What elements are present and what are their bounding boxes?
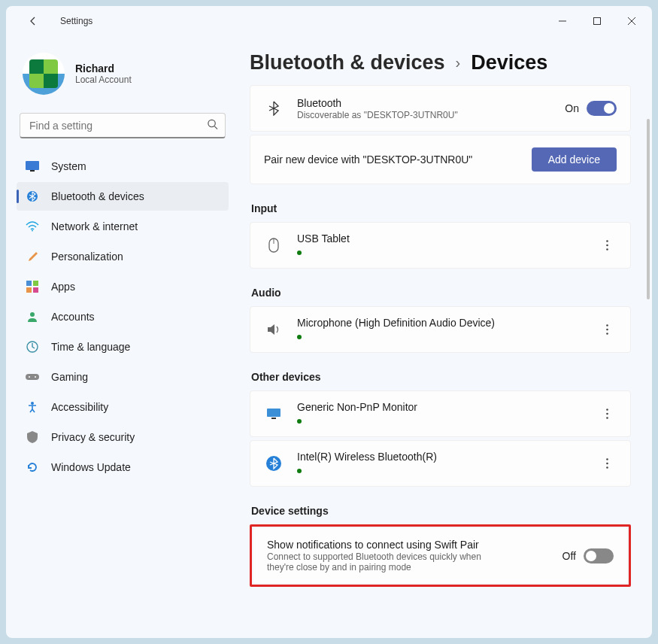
- svg-point-28: [606, 409, 608, 411]
- display-icon: [26, 159, 39, 173]
- svg-point-21: [606, 245, 608, 247]
- bluetooth-state-label: On: [565, 102, 579, 114]
- nav-time-language[interactable]: Time & language: [17, 333, 229, 361]
- svg-point-33: [606, 463, 608, 465]
- svg-rect-26: [267, 409, 280, 417]
- pair-text: Pair new device with "DESKTOP-3UTNR0U": [264, 153, 472, 166]
- maximize-button[interactable]: [580, 9, 614, 33]
- nav-label: Network & internet: [51, 220, 138, 232]
- svg-line-3: [214, 126, 217, 129]
- svg-point-24: [606, 329, 608, 331]
- nav-system[interactable]: System: [17, 152, 229, 181]
- bluetooth-toggle[interactable]: [587, 101, 617, 116]
- nav-accounts[interactable]: Accounts: [17, 302, 229, 331]
- nav-label: Accounts: [51, 311, 95, 323]
- device-name: Intel(R) Wireless Bluetooth(R): [297, 451, 584, 463]
- breadcrumb-parent[interactable]: Bluetooth & devices: [250, 51, 445, 74]
- minimize-button[interactable]: [545, 9, 580, 33]
- search-input[interactable]: [20, 113, 226, 138]
- section-header-device-settings: Device settings: [251, 505, 631, 517]
- nav-label: Windows Update: [51, 461, 131, 473]
- highlighted-setting: Show notifications to connect using Swif…: [250, 524, 631, 587]
- scrollbar[interactable]: [647, 119, 650, 299]
- nav-label: Personalization: [51, 251, 123, 263]
- svg-point-22: [606, 248, 608, 251]
- svg-rect-14: [26, 374, 39, 380]
- svg-point-34: [606, 466, 608, 469]
- svg-point-16: [35, 376, 36, 378]
- svg-rect-11: [33, 287, 38, 293]
- bluetooth-badge-icon: [264, 456, 284, 471]
- more-options-button[interactable]: [597, 316, 617, 343]
- status-dot: [297, 419, 302, 424]
- window-title: Settings: [60, 16, 92, 26]
- more-options-button[interactable]: [597, 450, 617, 477]
- settings-window: Settings Richard Local Account: [6, 6, 652, 638]
- nav-accessibility[interactable]: Accessibility: [17, 393, 229, 421]
- svg-rect-8: [26, 281, 32, 286]
- swift-pair-toggle[interactable]: [584, 548, 614, 564]
- mouse-icon: [264, 238, 284, 253]
- svg-point-2: [208, 120, 215, 126]
- pair-device-card: Pair new device with "DESKTOP-3UTNR0U" A…: [250, 135, 631, 184]
- svg-rect-5: [30, 170, 35, 172]
- more-options-button[interactable]: [597, 400, 617, 427]
- nav-label: Privacy & security: [51, 431, 135, 443]
- nav-windows-update[interactable]: Windows Update: [17, 453, 229, 481]
- svg-point-25: [606, 333, 608, 335]
- other-device-card[interactable]: Intel(R) Wireless Bluetooth(R): [250, 440, 631, 487]
- device-name: Microphone (High Definition Audio Device…: [297, 317, 584, 329]
- monitor-icon: [264, 408, 284, 420]
- nav-label: Accessibility: [51, 401, 108, 413]
- sidebar: Richard Local Account System Bluetooth &…: [6, 36, 239, 638]
- add-device-button[interactable]: Add device: [532, 147, 617, 172]
- other-device-card[interactable]: Generic Non-PnP Monitor: [250, 390, 631, 437]
- input-device-card[interactable]: USB Tablet: [250, 222, 631, 269]
- search-icon: [207, 119, 218, 133]
- section-header-other: Other devices: [251, 371, 631, 383]
- svg-point-12: [30, 312, 35, 317]
- nav-label: Apps: [51, 281, 75, 293]
- shield-icon: [26, 430, 39, 444]
- bluetooth-card: Bluetooth Discoverable as "DESKTOP-3UTNR…: [250, 85, 631, 132]
- svg-rect-1: [594, 18, 601, 25]
- svg-rect-9: [33, 281, 38, 286]
- chevron-right-icon: ›: [456, 54, 461, 71]
- avatar: [23, 53, 65, 95]
- nav-privacy-security[interactable]: Privacy & security: [17, 423, 229, 451]
- section-header-input: Input: [251, 202, 631, 214]
- breadcrumb-current: Devices: [471, 51, 547, 74]
- user-profile[interactable]: Richard Local Account: [17, 45, 229, 108]
- close-button[interactable]: [614, 9, 649, 33]
- svg-point-29: [606, 413, 608, 415]
- status-dot: [297, 251, 302, 255]
- person-icon: [26, 310, 39, 324]
- nav-apps[interactable]: Apps: [17, 272, 229, 301]
- svg-rect-27: [271, 418, 276, 419]
- svg-point-30: [606, 417, 608, 419]
- back-button[interactable]: [20, 8, 47, 35]
- titlebar: Settings: [6, 6, 652, 36]
- nav-bluetooth-devices[interactable]: Bluetooth & devices: [17, 182, 229, 211]
- nav-gaming[interactable]: Gaming: [17, 363, 229, 391]
- nav-label: System: [51, 160, 86, 172]
- audio-device-card[interactable]: Microphone (High Definition Audio Device…: [250, 306, 631, 353]
- status-dot: [297, 335, 302, 339]
- svg-point-17: [31, 402, 34, 405]
- nav-network[interactable]: Network & internet: [17, 212, 229, 241]
- status-dot: [297, 469, 302, 473]
- section-header-audio: Audio: [251, 287, 631, 299]
- swift-pair-state-label: Off: [562, 550, 576, 562]
- svg-point-32: [606, 458, 608, 460]
- clock-globe-icon: [26, 340, 39, 354]
- svg-point-20: [606, 240, 608, 242]
- user-name: Richard: [75, 62, 132, 74]
- swift-pair-subtitle: Connect to supported Bluetooth devices q…: [267, 551, 508, 573]
- svg-rect-4: [26, 161, 39, 170]
- device-name: USB Tablet: [297, 232, 584, 245]
- bluetooth-subtitle: Discoverable as "DESKTOP-3UTNR0U": [297, 110, 551, 120]
- accessibility-icon: [26, 400, 39, 414]
- nav-list: System Bluetooth & devices Network & int…: [17, 152, 229, 481]
- more-options-button[interactable]: [597, 232, 617, 259]
- nav-personalization[interactable]: Personalization: [17, 242, 229, 271]
